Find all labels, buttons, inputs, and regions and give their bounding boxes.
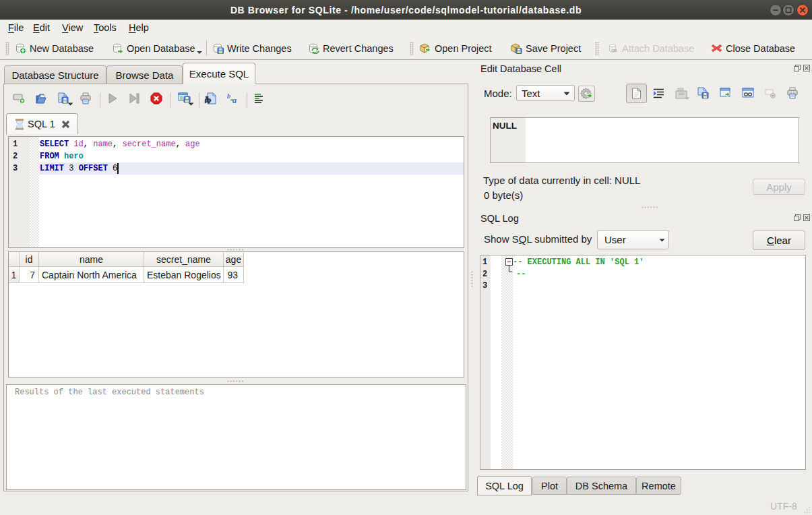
svg-text:b: b bbox=[227, 92, 230, 100]
svg-text:a: a bbox=[232, 96, 237, 104]
